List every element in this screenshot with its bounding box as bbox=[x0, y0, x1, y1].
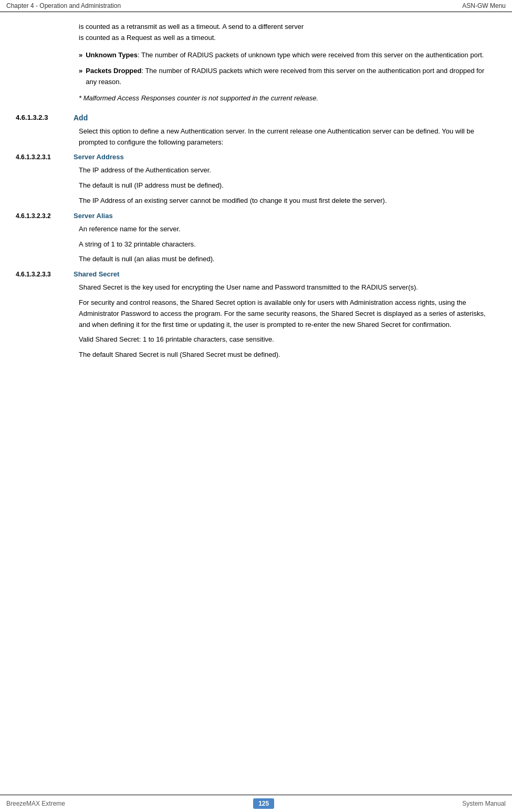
bullet-text-2: Packets Dropped: The number of RADIUS pa… bbox=[86, 66, 496, 88]
section-add-body-p1: Select this option to define a new Authe… bbox=[79, 126, 496, 148]
section-add-body: Select this option to define a new Authe… bbox=[16, 126, 496, 148]
section-add-number: 4.6.1.3.2.3 bbox=[16, 114, 74, 121]
note-block: * Malformed Access Responses counter is … bbox=[16, 93, 496, 104]
subsection-server-alias: 4.6.1.3.2.3.2 Server Alias bbox=[16, 212, 496, 220]
subsection-server-alias-body: An reference name for the server. A stri… bbox=[16, 224, 496, 265]
server-alias-p2: A string of 1 to 32 printable characters… bbox=[79, 239, 496, 250]
subsection-server-alias-heading: Server Alias bbox=[74, 212, 113, 220]
footer-left: BreezeMAX Extreme bbox=[6, 800, 65, 807]
bullet-text-1: Unknown Types: The number of RADIUS pack… bbox=[86, 50, 484, 61]
shared-secret-p4: The default Shared Secret is null (Share… bbox=[79, 350, 496, 361]
section-add: 4.6.1.3.2.3 Add bbox=[16, 114, 496, 122]
bullet-arrow-2: » bbox=[79, 66, 82, 88]
subsection-server-address-body: The IP address of the Authentication ser… bbox=[16, 165, 496, 206]
page-content: is counted as a retransmit as well as a … bbox=[0, 12, 512, 795]
shared-secret-p2: For security and control reasons, the Sh… bbox=[79, 297, 496, 330]
bullet-arrow-1: » bbox=[79, 50, 82, 61]
footer-right: System Manual bbox=[462, 800, 506, 807]
bullet-item-unknown-types: » Unknown Types: The number of RADIUS pa… bbox=[79, 50, 496, 61]
subsection-shared-secret-number: 4.6.1.3.2.3.3 bbox=[16, 270, 74, 278]
bullet-list: » Unknown Types: The number of RADIUS pa… bbox=[16, 50, 496, 88]
shared-secret-p1: Shared Secret is the key used for encryp… bbox=[79, 282, 496, 293]
subsection-server-address-heading: Server Address bbox=[74, 153, 124, 161]
subsection-shared-secret-heading: Shared Secret bbox=[74, 270, 119, 278]
subsection-server-address: 4.6.1.3.2.3.1 Server Address bbox=[16, 153, 496, 161]
shared-secret-p3: Valid Shared Secret: 1 to 16 printable c… bbox=[79, 334, 496, 345]
header-title: ASN-GW Menu bbox=[462, 2, 506, 9]
footer-page-number: 125 bbox=[253, 798, 274, 809]
note-text: * Malformed Access Responses counter is … bbox=[79, 94, 318, 102]
header-chapter: Chapter 4 - Operation and Administration bbox=[6, 2, 121, 9]
page-header: Chapter 4 - Operation and Administration… bbox=[0, 0, 512, 12]
subsection-server-alias-number: 4.6.1.3.2.3.2 bbox=[16, 212, 74, 220]
subsection-shared-secret-body: Shared Secret is the key used for encryp… bbox=[16, 282, 496, 361]
bullet-item-packets-dropped: » Packets Dropped: The number of RADIUS … bbox=[79, 66, 496, 88]
server-address-p1: The IP address of the Authentication ser… bbox=[79, 165, 496, 176]
server-alias-p3: The default is null (an alias must be de… bbox=[79, 254, 496, 265]
subsection-shared-secret: 4.6.1.3.2.3.3 Shared Secret bbox=[16, 270, 496, 278]
server-address-p2: The default is null (IP address must be … bbox=[79, 180, 496, 191]
page-footer: BreezeMAX Extreme 125 System Manual bbox=[0, 795, 512, 812]
intro-text: is counted as a retransmit as well as a … bbox=[79, 22, 496, 44]
server-alias-p1: An reference name for the server. bbox=[79, 224, 496, 235]
intro-block: is counted as a retransmit as well as a … bbox=[16, 22, 496, 44]
subsection-server-address-number: 4.6.1.3.2.3.1 bbox=[16, 153, 74, 161]
section-add-heading: Add bbox=[74, 114, 88, 122]
server-address-p3: The IP Address of an existing server can… bbox=[79, 196, 496, 207]
